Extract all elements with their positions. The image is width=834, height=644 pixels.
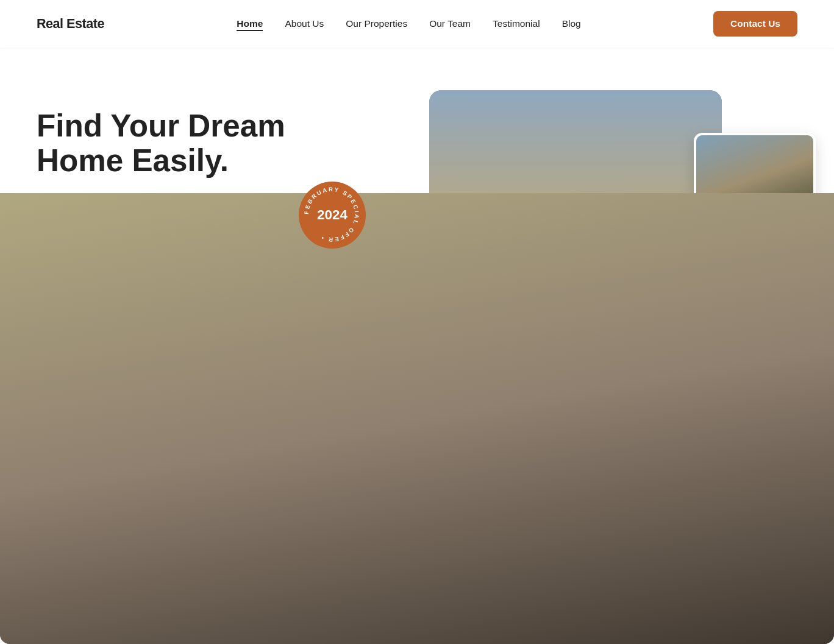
about-image-2 <box>213 529 348 644</box>
nav-item-team[interactable]: Our Team <box>429 18 471 29</box>
nav-link-home[interactable]: Home <box>237 18 263 31</box>
nav-item-properties[interactable]: Our Properties <box>346 18 407 29</box>
nav-link-blog[interactable]: Blog <box>562 18 581 29</box>
hero-title: Find Your Dream Home Easily. <box>37 108 329 179</box>
special-offer-badge: FEBRUARY SPECIAL OFFER • 2024 <box>299 182 366 249</box>
about-section: About Us We Offer Quality Homes For Purc… <box>0 444 834 644</box>
nav-link-about[interactable]: About Us <box>285 18 324 29</box>
navbar: Real Estate Home About Us Our Properties… <box>0 0 834 48</box>
brand-logo: Real Estate <box>37 16 104 32</box>
nav-item-about[interactable]: About Us <box>285 18 324 29</box>
nav-item-home[interactable]: Home <box>237 18 263 29</box>
nav-item-blog[interactable]: Blog <box>562 18 581 29</box>
svg-text:FEBRUARY SPECIAL OFFER •: FEBRUARY SPECIAL OFFER • <box>303 186 360 243</box>
nav-item-testimonial[interactable]: Testimonial <box>493 18 540 29</box>
contact-us-button[interactable]: Contact Us <box>713 11 797 37</box>
nav-links: Home About Us Our Properties Our Team Te… <box>237 18 580 29</box>
about-images <box>37 480 399 644</box>
nav-link-team[interactable]: Our Team <box>429 18 471 29</box>
nav-link-testimonial[interactable]: Testimonial <box>493 18 540 29</box>
nav-link-properties[interactable]: Our Properties <box>346 18 407 29</box>
